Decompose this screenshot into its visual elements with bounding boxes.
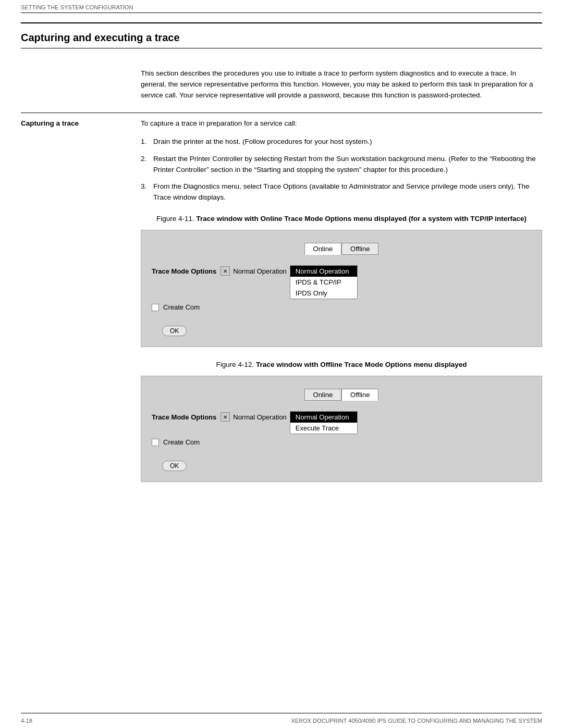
- step-num-2: 2.: [141, 154, 153, 165]
- title-rule-bottom: [21, 48, 542, 48]
- step-num-3: 3.: [141, 181, 153, 192]
- figure2-box: Online Offline Trace Mode Options ✕ Norm…: [141, 376, 542, 482]
- figure2-create-row: Create Com: [152, 438, 531, 446]
- section-intro: To capture a trace in preparation for a …: [141, 118, 542, 129]
- figure1-tab-offline[interactable]: Offline: [341, 243, 378, 255]
- figure2-trace-label: Trace Mode Options: [152, 413, 216, 421]
- figure1-num: Figure 4-11.: [156, 215, 194, 223]
- step-num-1: 1.: [141, 137, 153, 147]
- title-rule-top: [21, 22, 542, 23]
- footer-left: 4-18: [21, 718, 32, 724]
- figure1-tab-row: Online Offline: [152, 243, 531, 255]
- figure1-ok-row: OK: [152, 318, 531, 336]
- figure1-dropdown-item-1[interactable]: IPDS & TCP/IP: [290, 277, 357, 288]
- figure1-caption: Figure 4-11. Trace window with Online Tr…: [141, 214, 542, 225]
- figure1-tab-online[interactable]: Online: [304, 243, 342, 255]
- figure1-dropdown[interactable]: Normal Operation IPDS & TCP/IP IPDS Only: [290, 265, 358, 299]
- step-text-1: Drain the printer at the host. (Follow p…: [153, 137, 542, 147]
- steps-list: 1. Drain the printer at the host. (Follo…: [141, 137, 542, 204]
- figure2-tab-offline[interactable]: Offline: [341, 389, 378, 401]
- figure1-create-row: Create Com: [152, 303, 531, 311]
- figure1-trace-value: Normal Operation: [233, 267, 287, 275]
- figure2-trace-icon: ✕: [221, 412, 230, 422]
- figure1-dropdown-item-2[interactable]: IPDS Only: [290, 288, 357, 299]
- step-3: 3. From the Diagnostics menu, select Tra…: [141, 181, 542, 203]
- figure1-create-label: Create Com: [163, 303, 200, 311]
- figure1-ok-button[interactable]: OK: [162, 326, 187, 336]
- footer-right: XEROX DOCUPRINT 4050/4090 IPS GUIDE TO C…: [291, 718, 542, 724]
- figure1-box: Online Offline Trace Mode Options ✕ Norm…: [141, 230, 542, 347]
- page-title: Capturing and executing a trace: [21, 27, 542, 48]
- step-text-3: From the Diagnostics menu, select Trace …: [153, 181, 542, 203]
- figure2-dropdown-item-0[interactable]: Normal Operation: [290, 412, 357, 423]
- figure1-trace-label: Trace Mode Options: [152, 267, 216, 275]
- intro-text: This section describes the procedures yo…: [141, 68, 542, 101]
- figure2-title: Trace window with Offline Trace Mode Opt…: [256, 361, 467, 368]
- figure2-tab-row: Online Offline: [152, 389, 531, 401]
- figure2-caption: Figure 4-12. Trace window with Offline T…: [141, 360, 542, 371]
- figure2-trace-value: Normal Operation: [233, 413, 287, 421]
- step-1: 1. Drain the printer at the host. (Follo…: [141, 137, 542, 147]
- figure1-dropdown-item-0[interactable]: Normal Operation: [290, 266, 357, 277]
- figure2-ok-row: OK: [152, 453, 531, 471]
- section-label: Capturing a trace: [21, 118, 136, 127]
- figure2-tab-online[interactable]: Online: [304, 389, 342, 401]
- figure2-ok-button[interactable]: OK: [162, 461, 187, 471]
- figure2-dropdown[interactable]: Normal Operation Execute Trace: [290, 411, 358, 434]
- footer: 4-18 XEROX DOCUPRINT 4050/4090 IPS GUIDE…: [0, 713, 563, 728]
- step-2: 2. Restart the Printer Controller by sel…: [141, 154, 542, 176]
- figure2-create-label: Create Com: [163, 438, 200, 446]
- header-rule: [21, 13, 542, 13]
- figure1-title: Trace window with Online Trace Mode Opti…: [196, 215, 527, 223]
- header-text: SETTING THE SYSTEM CONFIGURATION: [0, 0, 563, 13]
- figure1-checkbox[interactable]: [152, 304, 159, 311]
- step-text-2: Restart the Printer Controller by select…: [153, 154, 542, 176]
- figure2-checkbox[interactable]: [152, 439, 159, 446]
- figure2-dropdown-item-1[interactable]: Execute Trace: [290, 423, 357, 434]
- figure2-num: Figure 4-12.: [216, 361, 254, 368]
- figure1-trace-icon: ✕: [221, 266, 230, 276]
